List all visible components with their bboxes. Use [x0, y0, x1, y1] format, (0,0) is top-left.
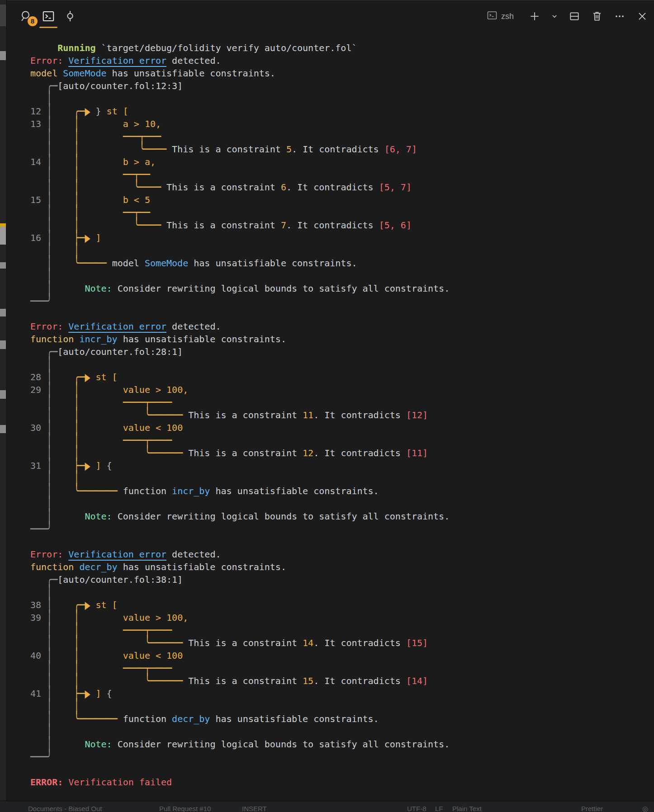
terminal-line: ERROR: Verification failed — [30, 776, 654, 788]
terminal-line: ╭─[auto/counter.fol:38:1] — [30, 573, 654, 586]
terminal-line: │ ╰─────── function decr_by has unsatisf… — [30, 713, 654, 725]
terminal-line: function decr_by has unsatisfiable const… — [30, 561, 654, 573]
scroll-mark — [0, 390, 6, 399]
shell-name-label: zsh — [501, 12, 514, 21]
tab-terminal[interactable] — [40, 8, 57, 24]
toolbar-right-group: zsh — [487, 8, 650, 24]
terminal-line: │ — [30, 497, 654, 510]
terminal-line: │ Note: Consider rewriting logical bound… — [30, 738, 654, 751]
kill-terminal-button[interactable] — [589, 8, 605, 24]
terminal-line: ───╯ — [30, 751, 654, 763]
terminal-line: │ Note: Consider rewriting logical bound… — [30, 510, 654, 523]
terminal-line: ╭─[auto/counter.fol:12:3] — [30, 80, 654, 92]
terminal-line: Error: Verification error detected. — [30, 548, 654, 561]
status-bar-item[interactable]: UTF-8 — [407, 805, 427, 812]
new-terminal-button[interactable] — [526, 8, 543, 24]
git-commit-icon — [63, 9, 77, 23]
terminal-line: │ ╰───── model SomeMode has unsatisfiabl… — [30, 257, 654, 269]
terminal-line: │ — [30, 269, 654, 282]
split-terminal-icon — [569, 10, 580, 22]
shell-session-item[interactable]: zsh — [487, 10, 514, 23]
terminal-icon — [42, 9, 55, 23]
terminal-line: │ — [30, 358, 654, 371]
close-icon — [636, 10, 648, 22]
tab-git-commit[interactable] — [62, 8, 78, 24]
scroll-mark — [0, 223, 6, 227]
terminal-line — [30, 763, 654, 776]
terminal-line: function incr_by has unsatisfiable const… — [30, 333, 654, 345]
status-bar-item[interactable]: Documents - Biased Out — [28, 805, 102, 812]
terminal-profile-dropdown[interactable] — [549, 8, 560, 24]
terminal-line — [30, 535, 654, 548]
terminal-line: model SomeMode has unsatisfiable constra… — [30, 67, 654, 80]
terminal-line: │ │ — [30, 472, 654, 485]
terminal-line: 28 │ ╭─▶ st [ — [30, 371, 654, 383]
status-bar-item[interactable]: Prettier — [581, 805, 603, 812]
status-bar-item[interactable]: ◎ — [642, 805, 648, 812]
chevron-down-icon — [550, 12, 559, 21]
search-button[interactable]: 8 — [19, 8, 35, 24]
terminal-line: │ │ ╰──── This is a constraint 6. It con… — [30, 181, 654, 194]
status-bar-item[interactable]: LF — [435, 805, 443, 812]
toolbar-left-group: 8 — [19, 8, 78, 24]
terminal-line: Error: Verification error detected. — [30, 54, 654, 67]
terminal-line: Error: Verification error detected. — [30, 320, 654, 333]
plus-icon — [529, 10, 540, 22]
trash-icon — [591, 10, 603, 22]
terminal-line: │ │ — [30, 700, 654, 713]
status-bar: Documents - Biased OutPull Request #10IN… — [0, 801, 654, 812]
terminal-line: │ Note: Consider rewriting logical bound… — [30, 282, 654, 295]
status-bar-item[interactable]: INSERT — [242, 805, 267, 812]
terminal-line: │ │ ╰──── This is a constraint 7. It con… — [30, 219, 654, 231]
search-badge: 8 — [28, 16, 38, 26]
terminal-line: │ — [30, 586, 654, 599]
shell-terminal-icon — [487, 10, 498, 23]
active-tab-underline — [39, 27, 57, 28]
more-actions-button[interactable] — [611, 8, 628, 24]
status-bar-item[interactable]: Plain Text — [452, 805, 482, 812]
terminal-line: │ │ ╰────── This is a constraint 11. It … — [30, 409, 654, 421]
terminal-output[interactable]: Running `target/debug/folidity verify au… — [7, 32, 654, 788]
terminal-line: ╭─[auto/counter.fol:28:1] — [30, 345, 654, 358]
scroll-mark — [0, 227, 6, 245]
terminal-line: ───╯ — [30, 523, 654, 535]
terminal-line: ───╯ — [30, 295, 654, 307]
terminal-line: │ │ ╰──── This is a constraint 5. It con… — [30, 143, 654, 156]
terminal-line: 12 │ ╭─▶ } st [ — [30, 105, 654, 118]
scroll-mark — [0, 5, 6, 26]
close-panel-button[interactable] — [634, 8, 650, 24]
status-bar-item[interactable]: Pull Request #10 — [159, 805, 211, 812]
terminal-line: │ │ ╰────── This is a constraint 12. It … — [30, 447, 654, 459]
panel-toolbar: 8 — [7, 0, 654, 32]
terminal-line: │ │ — [30, 244, 654, 257]
terminal-line: │ │ ╰────── This is a constraint 15. It … — [30, 675, 654, 687]
terminal-line: │ │ ╰────── This is a constraint 14. It … — [30, 637, 654, 649]
overview-ruler — [0, 0, 7, 812]
scroll-mark — [0, 425, 6, 433]
scroll-mark — [0, 51, 6, 60]
split-terminal-button[interactable] — [566, 8, 583, 24]
scroll-mark — [0, 309, 6, 316]
scroll-mark — [0, 340, 6, 349]
terminal-line: │ — [30, 725, 654, 738]
terminal-line: Running `target/debug/folidity verify au… — [30, 42, 654, 54]
terminal-line: 38 │ ╭─▶ st [ — [30, 599, 654, 611]
terminal-line: │ — [30, 92, 654, 105]
scroll-mark — [0, 262, 6, 269]
ellipsis-icon — [614, 10, 626, 22]
terminal-line — [30, 307, 654, 320]
terminal-line: │ ╰─────── function incr_by has unsatisf… — [30, 485, 654, 497]
